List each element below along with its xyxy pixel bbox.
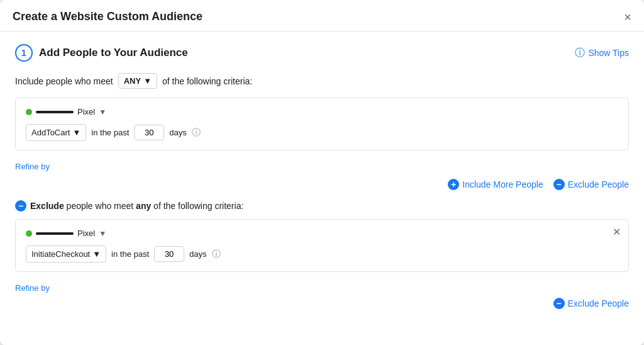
any-dropdown[interactable]: ANY ▼: [118, 73, 157, 89]
action-row: + Include More People − Exclude People: [15, 179, 629, 190]
include-prefix: Include people who meet: [15, 76, 113, 86]
minus-circle-icon-1: −: [553, 179, 565, 190]
include-pixel-name: [36, 111, 74, 113]
modal: Create a Website Custom Audience × 1 Add…: [0, 0, 644, 345]
exclude-people-label-1: Exclude People: [568, 179, 629, 189]
include-info-icon[interactable]: ⓘ: [192, 127, 201, 139]
include-suffix: of the following criteria:: [162, 76, 252, 86]
include-days-label: days: [169, 128, 186, 137]
modal-header: Create a Website Custom Audience ×: [0, 0, 644, 31]
exclude-box-close-icon[interactable]: ✕: [613, 226, 621, 238]
include-refine-by[interactable]: Refine by: [15, 162, 50, 171]
include-event-label: AddToCart: [31, 128, 70, 137]
include-more-people-button[interactable]: + Include More People: [448, 179, 543, 190]
exclude-event-dropdown[interactable]: InitiateCheckout ▼: [26, 246, 106, 263]
include-pixel-dropdown[interactable]: ▼: [99, 108, 106, 116]
exclude-refine-by[interactable]: Refine by: [15, 283, 50, 293]
exclude-in-past-label: in the past: [111, 249, 149, 259]
show-tips-label: Show Tips: [588, 48, 629, 58]
exclude-people-label-2: Exclude People: [568, 298, 629, 308]
exclude-people-button-2[interactable]: − Exclude People: [553, 298, 629, 309]
include-event-row: AddToCart ▼ in the past days ⓘ: [26, 124, 618, 141]
minus-circle-icon-2: −: [553, 298, 565, 309]
include-criteria-box: Pixel ▼ AddToCart ▼ in the past days ⓘ: [15, 98, 629, 150]
exclude-header: − Exclude people who meet any of the fol…: [15, 200, 629, 212]
exclude-info-icon[interactable]: ⓘ: [212, 249, 221, 260]
info-circle-icon: ⓘ: [575, 47, 585, 60]
include-criteria-row: Include people who meet ANY ▼ of the fol…: [15, 73, 629, 89]
exclude-green-status-dot: [26, 230, 32, 237]
close-icon[interactable]: ×: [624, 11, 631, 23]
modal-title: Create a Website Custom Audience: [13, 10, 203, 23]
exclude-pixel-label: Pixel: [77, 229, 95, 238]
include-more-label: Include More People: [462, 179, 543, 189]
step-circle: 1: [15, 44, 33, 62]
include-pixel-row: Pixel ▼: [26, 107, 618, 116]
include-event-dropdown[interactable]: AddToCart ▼: [26, 124, 86, 141]
exclude-days-label: days: [189, 249, 206, 259]
exclude-event-row: InitiateCheckout ▼ in the past days ⓘ: [26, 246, 618, 263]
exclude-any-bold: any: [136, 201, 151, 211]
any-label: ANY: [124, 76, 141, 86]
exclude-middle: people who meet: [64, 201, 136, 211]
step-header: 1 Add People to Your Audience ⓘ Show Tip…: [15, 44, 629, 62]
include-pixel-label: Pixel: [77, 107, 95, 116]
exclude-pixel-dropdown[interactable]: ▼: [99, 229, 106, 238]
exclude-days-input[interactable]: [154, 246, 184, 262]
exclude-criteria-box: ✕ Pixel ▼ InitiateCheckout ▼ in the past…: [15, 219, 629, 272]
exclude-people-button-1[interactable]: − Exclude People: [553, 179, 629, 190]
step-title-group: 1 Add People to Your Audience: [15, 44, 188, 62]
exclude-text: Exclude people who meet any of the follo…: [30, 201, 243, 211]
include-in-past-label: in the past: [91, 128, 129, 137]
exclude-suffix: of the following criteria:: [151, 201, 243, 211]
include-days-input[interactable]: [134, 125, 164, 140]
plus-circle-icon: +: [448, 179, 459, 190]
step-title: Add People to Your Audience: [39, 47, 188, 59]
show-tips-button[interactable]: ⓘ Show Tips: [575, 47, 629, 60]
exclude-bold: Exclude: [30, 201, 64, 211]
modal-body: 1 Add People to Your Audience ⓘ Show Tip…: [0, 31, 644, 324]
bottom-action-row: − Exclude People: [15, 298, 629, 309]
green-status-dot: [26, 109, 32, 115]
include-event-chevron-icon: ▼: [72, 128, 80, 137]
exclude-event-label: InitiateCheckout: [31, 249, 90, 259]
exclude-minus-icon: −: [15, 200, 26, 212]
exclude-section: − Exclude people who meet any of the fol…: [15, 200, 629, 309]
any-chevron-icon: ▼: [143, 76, 152, 86]
exclude-event-chevron-icon: ▼: [92, 249, 101, 259]
exclude-pixel-name: [36, 232, 74, 235]
exclude-pixel-row: Pixel ▼: [26, 229, 618, 238]
